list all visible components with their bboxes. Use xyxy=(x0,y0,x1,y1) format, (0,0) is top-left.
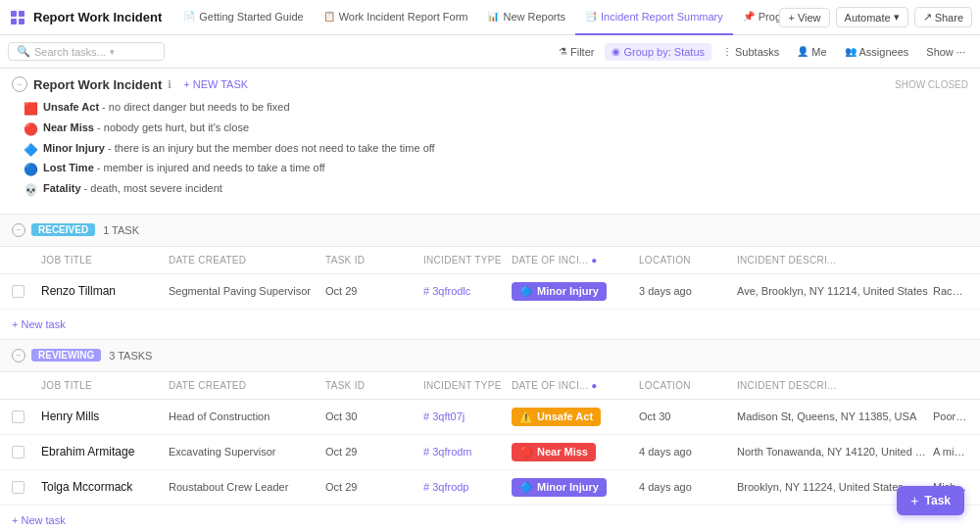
add-task-received[interactable]: + New task xyxy=(0,310,980,339)
section-collapse-icon[interactable]: − xyxy=(12,76,27,92)
subtasks-icon: ⋮ xyxy=(722,46,732,57)
new-task-button[interactable]: + NEW TASK xyxy=(177,77,254,91)
row-date-incident: Oct 30 xyxy=(639,410,737,422)
show-button[interactable]: Show ··· xyxy=(919,43,972,61)
svg-rect-1 xyxy=(19,11,24,17)
toolbar-right: ⚗ Filter ◉ Group by: Status ⋮ Subtasks 👤… xyxy=(552,43,972,61)
tab-progress-board[interactable]: 📌 Progress Board xyxy=(733,0,780,35)
row-job-title: Segmental Paving Supervisor xyxy=(169,285,325,297)
group-received-expand[interactable]: − xyxy=(12,223,25,237)
app-icon xyxy=(8,8,27,27)
search-icon: 🔍 xyxy=(17,45,30,58)
row-location: Ave, Brooklyn, NY 11214, United States xyxy=(737,285,933,297)
filter-button[interactable]: ⚗ Filter xyxy=(552,43,601,61)
row-incident-type: 🔷 Minor Injury xyxy=(512,282,639,301)
row-incident-type: ⚠️ Unsafe Act xyxy=(512,408,639,426)
list-item: 🟥 Unsafe Act - no direct danger but need… xyxy=(24,100,956,118)
automate-button[interactable]: Automate ▾ xyxy=(836,7,908,27)
row-date-created: Oct 29 xyxy=(325,446,423,458)
row-task-id: # 3qfrodp xyxy=(423,481,512,493)
tab-getting-started[interactable]: 📄 Getting Started Guide xyxy=(173,0,313,35)
incident-badge: 🔷 Minor Injury xyxy=(512,478,607,497)
received-badge: RECEIVED xyxy=(31,223,95,236)
row-date-created: Oct 29 xyxy=(325,481,423,493)
near-miss-icon: 🔴 xyxy=(24,121,38,138)
subtasks-button[interactable]: ⋮ Subtasks xyxy=(715,43,786,61)
share-button[interactable]: ↗ Share xyxy=(914,7,972,27)
row-task-id: # 3qfrodlc xyxy=(423,285,512,297)
top-bar: Report Work Incident 📄 Getting Started G… xyxy=(0,0,980,35)
assignees-icon: 👥 xyxy=(845,46,857,57)
add-task-reviewing[interactable]: + New task xyxy=(0,506,980,531)
row-date-incident: 4 days ago xyxy=(639,446,737,458)
list-item: 🔷 Minor Injury - there is an injury but … xyxy=(24,141,956,159)
incident-badge: 🔷 Minor Injury xyxy=(512,282,607,301)
list-item: 💀 Fatality - death, most severe incident xyxy=(24,181,956,199)
chevron-down-icon: ▾ xyxy=(894,11,900,24)
group-received: − RECEIVED 1 TASK JOB TITLE DATE CREATED… xyxy=(0,214,980,339)
reviewing-count: 3 TASKS xyxy=(109,350,152,362)
search-input-wrap[interactable]: 🔍 Search tasks... ▾ xyxy=(8,42,165,61)
row-description: Poor Training and Poor Supervisi... xyxy=(933,410,968,422)
row-task-id: # 3qft07j xyxy=(423,410,512,422)
incident-type-icon: 🔷 xyxy=(519,285,533,298)
svg-rect-2 xyxy=(11,19,17,24)
row-checkbox[interactable] xyxy=(12,285,24,298)
filter-icon: ⚗ xyxy=(559,46,567,57)
row-description: Rachel Peters bumped her head o... bar xyxy=(933,285,968,297)
group-received-header: − RECEIVED 1 TASK xyxy=(0,214,980,247)
nav-tabs: 📄 Getting Started Guide 📋 Work Incident … xyxy=(173,0,779,35)
table-row: Ebrahim Armitage Excavating Supervisor O… xyxy=(0,435,980,470)
row-job-title: Roustabout Crew Leader xyxy=(169,481,325,493)
row-location: North Tonawanda, NY 14120, United States xyxy=(737,446,933,458)
row-incident-type: 🔴 Near Miss xyxy=(512,443,639,461)
reviewing-badge: REVIEWING xyxy=(31,349,101,362)
view-button[interactable]: + View xyxy=(779,8,829,27)
top-actions: + View Automate ▾ ↗ Share xyxy=(779,7,972,27)
incident-type-icon: 🔴 xyxy=(519,446,533,459)
assignees-button[interactable]: 👥 Assignees xyxy=(838,43,916,61)
row-date-incident: 3 days ago xyxy=(639,285,737,297)
table-row: Henry Mills Head of Construction Oct 30 … xyxy=(0,400,980,435)
row-date-created: Oct 29 xyxy=(325,285,423,297)
search-bar: 🔍 Search tasks... ▾ ⚗ Filter ◉ Group by:… xyxy=(0,35,980,69)
incident-types: 🟥 Unsafe Act - no direct danger but need… xyxy=(12,98,968,210)
row-checkbox[interactable] xyxy=(12,446,24,459)
search-caret-icon: ▾ xyxy=(110,47,115,57)
row-job-title: Excavating Supervisor xyxy=(169,446,325,458)
lost-time-icon: 🔵 xyxy=(24,162,38,178)
info-icon[interactable]: ℹ xyxy=(168,78,172,91)
row-name: Ebrahim Armitage xyxy=(41,445,169,459)
unsafe-act-icon: 🟥 xyxy=(24,101,38,118)
page-title: Report Work Incident xyxy=(33,77,162,92)
group-reviewing-header: − REVIEWING 3 TASKS xyxy=(0,339,980,372)
row-name: Renzo Tillman xyxy=(41,284,169,298)
section-title-row: − Report Work Incident ℹ + NEW TASK SHOW… xyxy=(12,76,968,92)
tab-work-incident-form[interactable]: 📋 Work Incident Report Form xyxy=(314,0,478,35)
list-item: 🔵 Lost Time - member is injured and need… xyxy=(24,161,956,178)
show-closed-button[interactable]: SHOW CLOSED xyxy=(895,79,968,90)
incident-badge: ⚠️ Unsafe Act xyxy=(512,408,601,426)
received-count: 1 TASK xyxy=(103,224,139,236)
row-name: Tolga Mccormack xyxy=(41,480,169,494)
reviewing-table-header: JOB TITLE DATE CREATED TASK ID INCIDENT … xyxy=(0,372,980,400)
me-button[interactable]: 👤 Me xyxy=(790,43,833,61)
row-date-incident: 4 days ago xyxy=(639,481,737,493)
group-reviewing: − REVIEWING 3 TASKS JOB TITLE DATE CREAT… xyxy=(0,339,980,531)
row-date-created: Oct 30 xyxy=(325,410,423,422)
row-incident-type: 🔷 Minor Injury xyxy=(512,478,639,497)
row-task-id: # 3qfrodm xyxy=(423,446,512,458)
incident-type-icon: ⚠️ xyxy=(519,410,533,423)
tab-new-reports[interactable]: 📊 New Reports xyxy=(477,0,575,35)
table-row: Renzo Tillman Segmental Paving Superviso… xyxy=(0,274,980,310)
svg-rect-0 xyxy=(11,11,17,17)
add-task-float-button[interactable]: + Task xyxy=(897,486,964,515)
tab-incident-report-summary[interactable]: 📑 Incident Report Summary xyxy=(575,0,733,35)
row-checkbox[interactable] xyxy=(12,481,24,494)
row-checkbox[interactable] xyxy=(12,410,24,423)
minor-injury-icon: 🔷 xyxy=(24,142,38,159)
group-by-button[interactable]: ◉ Group by: Status xyxy=(605,43,711,61)
row-description: A missing or worn step marker res... xyxy=(933,446,968,458)
incident-badge: 🔴 Near Miss xyxy=(512,443,596,461)
group-reviewing-expand[interactable]: − xyxy=(12,349,25,362)
